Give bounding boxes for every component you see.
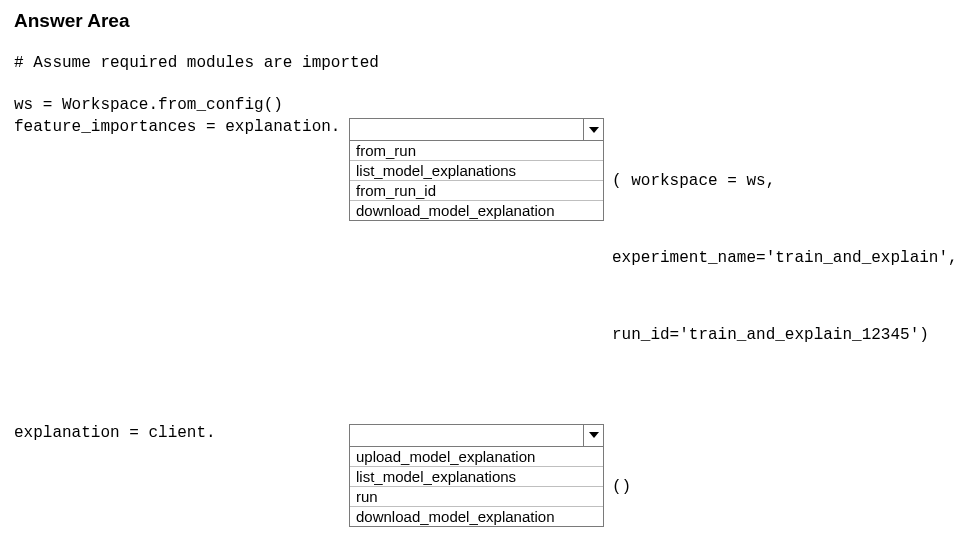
row2-right-code: () bbox=[604, 424, 650, 551]
dropdown-1-option[interactable]: from_run bbox=[350, 141, 603, 161]
row1-right-line1: ( workspace = ws, bbox=[612, 169, 958, 195]
row1-right-line2: experiment_name='train_and_explain', bbox=[612, 246, 958, 272]
code-row-1: feature_importances = explanation. from_… bbox=[14, 118, 959, 400]
svg-marker-0 bbox=[589, 127, 599, 133]
chevron-down-icon[interactable] bbox=[583, 119, 603, 140]
row1-right-code: ( workspace = ws, experiment_name='train… bbox=[604, 118, 958, 400]
dropdown-1-option[interactable]: from_run_id bbox=[350, 181, 603, 201]
row1-left-code: feature_importances = explanation. bbox=[14, 118, 349, 136]
ws-assignment: ws = Workspace.from_config() bbox=[14, 96, 959, 114]
dropdown-1-option[interactable]: list_model_explanations bbox=[350, 161, 603, 181]
svg-marker-1 bbox=[589, 432, 599, 438]
chevron-down-icon[interactable] bbox=[583, 425, 603, 446]
dropdown-2-option[interactable]: run bbox=[350, 487, 603, 507]
dropdown-1-option[interactable]: download_model_explanation bbox=[350, 201, 603, 220]
dropdown-1-header[interactable] bbox=[350, 119, 603, 141]
row1-right-line3: run_id='train_and_explain_12345') bbox=[612, 323, 958, 349]
row2-left-code: explanation = client. bbox=[14, 424, 349, 442]
dropdown-2[interactable]: upload_model_explanation list_model_expl… bbox=[349, 424, 604, 527]
row2-right-line1: () bbox=[612, 475, 650, 501]
dropdown-2-header[interactable] bbox=[350, 425, 603, 447]
answer-area-title: Answer Area bbox=[14, 10, 959, 32]
dropdown-2-option[interactable]: list_model_explanations bbox=[350, 467, 603, 487]
comment-line: # Assume required modules are imported bbox=[14, 54, 959, 72]
code-row-2: explanation = client. upload_model_expla… bbox=[14, 424, 959, 551]
dropdown-1[interactable]: from_run list_model_explanations from_ru… bbox=[349, 118, 604, 221]
dropdown-2-option[interactable]: download_model_explanation bbox=[350, 507, 603, 526]
dropdown-2-option[interactable]: upload_model_explanation bbox=[350, 447, 603, 467]
